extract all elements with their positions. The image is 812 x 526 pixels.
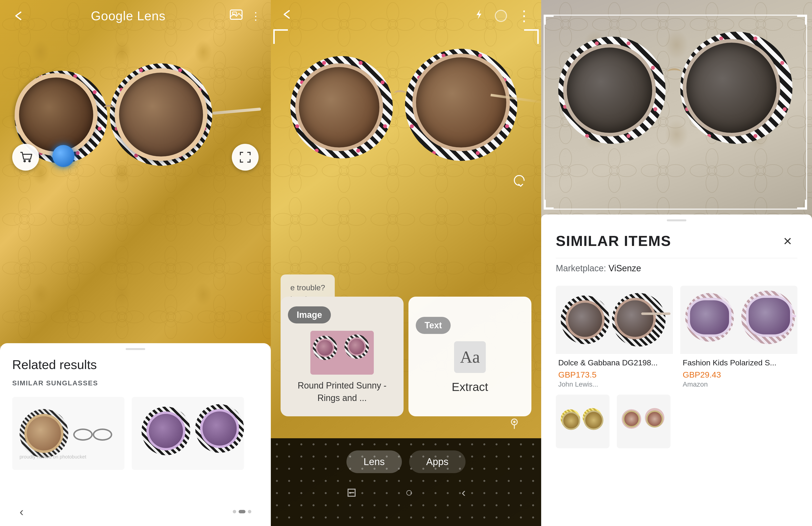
focus-indicator (495, 10, 507, 22)
product-name-2: Fashion Kids Polarized S... (680, 354, 797, 370)
text-badge: Text (416, 317, 451, 334)
marketplace-info: Marketplace: ViSenze (556, 263, 797, 273)
floral-dot (322, 61, 326, 65)
svg-rect-5 (0, 0, 271, 346)
nav-dot-2[interactable] (238, 510, 245, 513)
nav-dot-3[interactable] (248, 510, 251, 513)
p2-nose-bridge (394, 90, 406, 96)
dg-arm (641, 313, 670, 315)
back-button[interactable] (10, 7, 27, 25)
product-thumbnail (310, 331, 374, 375)
close-button[interactable]: × (778, 231, 797, 251)
panel2-header-icons: ⋮ (473, 7, 532, 25)
panel2-header: ⋮ (271, 0, 541, 32)
similar-items-title: SIMILAR ITEMS (556, 232, 671, 249)
related-results-panel: Related results SIMILAR SUNGLASSES proud… (0, 343, 271, 526)
product-card-1[interactable]: Dolce & Gabbana DG2198... GBP173.5 John … (556, 286, 673, 392)
thumb-left-lens (316, 339, 334, 357)
product-price-2: GBP29.43 (680, 370, 797, 380)
more-products-row (556, 395, 797, 448)
cart-button[interactable] (12, 144, 39, 171)
mini-sunglasses-2 (622, 407, 666, 436)
product-description: Round Printed Sunny - Rings and ... (288, 379, 396, 404)
floral-dot (476, 151, 480, 155)
product-price-1: GBP173.5 (556, 370, 673, 380)
flash-icon[interactable] (473, 8, 485, 24)
similar-items-row: proudly hosted on photobucket (12, 397, 259, 470)
image-result-card[interactable]: Image Round Printed Sunny - Rings and ..… (280, 297, 404, 416)
left-lens (15, 73, 98, 156)
popup-cards: Image Round Printed Sunny - Rings and ..… (280, 297, 532, 416)
floral-dot (359, 61, 363, 65)
item1-left-lens (25, 414, 63, 453)
crop-corner-tl (544, 15, 554, 25)
crop-button[interactable] (232, 144, 259, 171)
aa-icon: Aa (460, 347, 480, 367)
dg-left-lens (566, 300, 605, 339)
divider (556, 258, 797, 258)
item1-sunglasses: proudly hosted on photobucket (17, 404, 119, 463)
thumb-right-lens (347, 337, 366, 356)
drag-handle[interactable] (126, 348, 145, 350)
p2-right-lens (412, 54, 510, 151)
products-grid: Dolce & Gabbana DG2198... GBP173.5 John … (556, 286, 797, 392)
image-badge: Image (288, 306, 331, 324)
floral-dot (139, 68, 143, 72)
product-name-1: Dolce & Gabbana DG2198... (556, 354, 673, 370)
text-extract-card[interactable]: Text Aa Extract (408, 297, 532, 416)
related-results-title: Related results (12, 357, 259, 372)
mini-lens-l (562, 412, 580, 430)
header-icons: ⋮ (230, 9, 261, 23)
product-image-1 (556, 286, 673, 354)
panel2-sunglasses (286, 49, 525, 190)
floral-dot (295, 124, 299, 128)
marketplace-label: Marketplace: (556, 263, 606, 273)
floral-dot (381, 80, 385, 84)
similar-items-panel: SIMILAR ITEMS × Marketplace: ViSenze (541, 214, 812, 526)
nav-dots (233, 510, 251, 513)
location-icon[interactable] (507, 416, 522, 433)
panel2-back-button[interactable] (280, 8, 293, 24)
nav-dot-1[interactable] (233, 510, 236, 513)
floral-dot (410, 124, 414, 128)
crop-corner-bl (544, 200, 554, 209)
action-buttons (0, 144, 271, 171)
item2-right-lens (200, 409, 239, 448)
more-product-1[interactable] (556, 395, 609, 448)
product-source-1: John Lewis... (556, 380, 673, 392)
floral-dot (505, 124, 509, 128)
mini-sunglasses-1 (561, 407, 605, 436)
kids-sunglasses (680, 288, 797, 351)
image-picker-icon[interactable] (230, 9, 243, 23)
sheet-header: SIMILAR ITEMS × (556, 231, 797, 251)
crop-corner-br (797, 200, 807, 209)
mini2-lens-r (646, 410, 663, 427)
panel-right: SIMILAR ITEMS × Marketplace: ViSenze (541, 0, 812, 526)
svg-point-18 (513, 421, 516, 423)
panel3-drag-handle[interactable] (667, 220, 686, 221)
svg-marker-16 (477, 10, 481, 19)
similar-section-label: SIMILAR SUNGLASSES (12, 379, 259, 387)
watermark: proudly hosted on photobucket (19, 454, 86, 460)
panel2-photo: ⋮ (271, 0, 541, 526)
bottom-navigation: ‹ (0, 505, 271, 519)
polka-dot-pattern (271, 438, 541, 526)
more-menu-icon[interactable]: ⋮ (250, 10, 261, 22)
prev-arrow[interactable]: ‹ (19, 505, 24, 519)
more-product-2[interactable] (617, 395, 670, 448)
more-menu-icon[interactable]: ⋮ (517, 7, 532, 25)
crop-corner-tr (797, 15, 807, 25)
crop-selection-box (543, 15, 807, 210)
item2-sunglasses (136, 404, 239, 463)
item2-left-lens (146, 411, 186, 450)
kids-arm-detail (791, 315, 796, 317)
similar-item-2[interactable] (132, 397, 244, 470)
dg-right-lens (614, 298, 656, 339)
rotate-button[interactable] (509, 171, 529, 190)
floral-dot (315, 149, 319, 153)
item1-detail2 (93, 429, 112, 441)
app-title: Google Lens (27, 9, 230, 23)
product-card-2[interactable]: Fashion Kids Polarized S... GBP29.43 Ama… (680, 286, 797, 392)
similar-item-1[interactable]: proudly hosted on photobucket (12, 397, 125, 470)
floral-dot (356, 149, 360, 153)
